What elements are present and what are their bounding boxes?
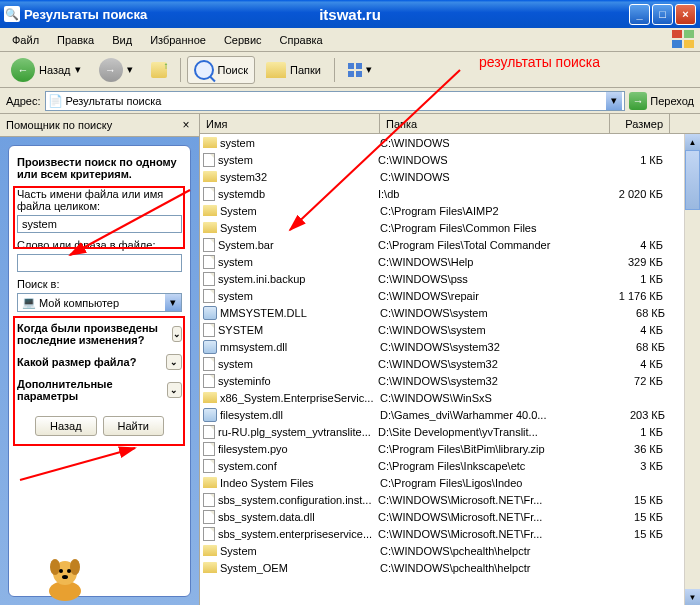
sidebar-close[interactable]: × xyxy=(179,118,193,132)
result-row[interactable]: mmsystem.dll C:\WINDOWS\system32 68 КБ xyxy=(200,338,700,355)
combo-dropdown[interactable]: ▾ xyxy=(165,294,181,311)
svg-rect-1 xyxy=(684,30,694,38)
col-name[interactable]: Имя xyxy=(200,114,380,133)
result-row[interactable]: System C:\Program Files\Common Files xyxy=(200,219,700,236)
file-size: 36 КБ xyxy=(608,443,663,455)
expand-size[interactable]: Какой размер файла? ⌄ xyxy=(17,350,182,374)
file-path: C:\WINDOWS\WinSxS xyxy=(380,392,610,404)
search-results-icon: 📄 xyxy=(48,94,63,108)
lookin-combo[interactable]: 💻Мой компьютер ▾ xyxy=(17,293,182,312)
folder-icon xyxy=(203,392,217,403)
result-row[interactable]: system C:\WINDOWS xyxy=(200,134,700,151)
lookin-label: Поиск в: xyxy=(17,278,182,290)
expand-more[interactable]: Дополнительные параметры ⌄ xyxy=(17,374,182,406)
views-button[interactable]: ▾ xyxy=(341,59,379,81)
result-row[interactable]: system C:\WINDOWS 1 КБ xyxy=(200,151,700,168)
file-path: C:\WINDOWS\system xyxy=(378,324,608,336)
filename-input[interactable] xyxy=(17,215,182,233)
file-path: C:\WINDOWS xyxy=(380,137,610,149)
file-path: C:\WINDOWS\Microsoft.NET\Fr... xyxy=(378,511,608,523)
folder-icon xyxy=(203,545,217,556)
file-name: System xyxy=(220,545,380,557)
search-sidebar: Помощник по поиску × Произвести поиск по… xyxy=(0,114,200,605)
file-path: D:\Site Development\yvTranslit... xyxy=(378,426,608,438)
scroll-up[interactable]: ▲ xyxy=(685,134,700,150)
menu-view[interactable]: Вид xyxy=(104,32,140,48)
result-row[interactable]: system C:\WINDOWS\repair 1 176 КБ xyxy=(200,287,700,304)
file-path: C:\WINDOWS xyxy=(378,154,608,166)
folder-icon xyxy=(203,205,217,216)
file-icon xyxy=(203,357,215,371)
result-row[interactable]: System C:\Program Files\AIMP2 xyxy=(200,202,700,219)
criteria-label: Произвести поиск по одному или всем крит… xyxy=(17,156,182,180)
file-name: System xyxy=(220,222,380,234)
file-path: C:\WINDOWS\pchealth\helpctr xyxy=(380,562,610,574)
result-row[interactable]: sbs_system.data.dll C:\WINDOWS\Microsoft… xyxy=(200,508,700,525)
close-button[interactable]: × xyxy=(675,4,696,25)
file-name: system xyxy=(218,358,378,370)
back-search-button[interactable]: Назад xyxy=(35,416,97,436)
file-size: 1 176 КБ xyxy=(608,290,663,302)
svg-point-9 xyxy=(67,569,71,573)
folders-button[interactable]: Папки xyxy=(259,58,328,82)
result-row[interactable]: system32 C:\WINDOWS xyxy=(200,168,700,185)
menu-tools[interactable]: Сервис xyxy=(216,32,270,48)
menu-edit[interactable]: Правка xyxy=(49,32,102,48)
result-row[interactable]: system C:\WINDOWS\system32 4 КБ xyxy=(200,355,700,372)
forward-button[interactable]: → ▾ xyxy=(92,54,140,86)
file-path: I:\db xyxy=(378,188,608,200)
result-row[interactable]: systeminfo C:\WINDOWS\system32 72 КБ xyxy=(200,372,700,389)
file-path: C:\Program Files\Total Commander xyxy=(378,239,608,251)
result-row[interactable]: x86_System.EnterpriseServic... C:\WINDOW… xyxy=(200,389,700,406)
file-path: C:\WINDOWS\Microsoft.NET\Fr... xyxy=(378,528,608,540)
chevron-down-icon: ▾ xyxy=(127,63,133,76)
maximize-button[interactable]: □ xyxy=(652,4,673,25)
file-name: system.ini.backup xyxy=(218,273,378,285)
chevron-icon: ⌄ xyxy=(172,326,182,342)
result-row[interactable]: filesystem.pyo C:\Program Files\BitPim\l… xyxy=(200,440,700,457)
result-row[interactable]: system C:\WINDOWS\Help 329 КБ xyxy=(200,253,700,270)
result-row[interactable]: systemdb I:\db 2 020 КБ xyxy=(200,185,700,202)
col-size[interactable]: Размер xyxy=(610,114,670,133)
minimize-button[interactable]: _ xyxy=(629,4,650,25)
result-row[interactable]: Indeo System Files C:\Program Files\Ligo… xyxy=(200,474,700,491)
col-folder[interactable]: Папка xyxy=(380,114,610,133)
go-button[interactable]: → Переход xyxy=(629,92,694,110)
result-row[interactable]: sbs_system.configuration.inst... C:\WIND… xyxy=(200,491,700,508)
file-icon xyxy=(203,442,215,456)
file-size: 1 КБ xyxy=(608,154,663,166)
expand-modified[interactable]: Когда были произведены последние изменен… xyxy=(17,318,182,350)
file-path: C:\WINDOWS\repair xyxy=(378,290,608,302)
back-button[interactable]: ← Назад ▾ xyxy=(4,54,88,86)
svg-rect-2 xyxy=(672,40,682,48)
result-row[interactable]: System C:\WINDOWS\pchealth\helpctr xyxy=(200,542,700,559)
result-row[interactable]: system.ini.backup C:\WINDOWS\pss 1 КБ xyxy=(200,270,700,287)
menu-file[interactable]: Файл xyxy=(4,32,47,48)
scrollbar[interactable]: ▲ ▼ xyxy=(684,134,700,605)
search-button[interactable]: Поиск xyxy=(187,56,255,84)
menu-help[interactable]: Справка xyxy=(272,32,331,48)
file-path: C:\Program Files\BitPim\library.zip xyxy=(378,443,608,455)
watermark: itswat.ru xyxy=(319,6,381,23)
find-button[interactable]: Найти xyxy=(103,416,164,436)
up-button[interactable] xyxy=(144,58,174,82)
result-row[interactable]: system.conf C:\Program Files\Inkscape\et… xyxy=(200,457,700,474)
menu-favorites[interactable]: Избранное xyxy=(142,32,214,48)
address-input[interactable] xyxy=(66,95,607,107)
result-row[interactable]: MMSYSTEM.DLL C:\WINDOWS\system 68 КБ xyxy=(200,304,700,321)
file-path: C:\WINDOWS\system32 xyxy=(378,375,608,387)
result-row[interactable]: System_OEM C:\WINDOWS\pchealth\helpctr xyxy=(200,559,700,576)
scroll-thumb[interactable] xyxy=(685,150,700,210)
address-field[interactable]: 📄 ▾ xyxy=(45,91,626,111)
result-row[interactable]: SYSTEM C:\WINDOWS\system 4 КБ xyxy=(200,321,700,338)
file-icon xyxy=(203,510,215,524)
address-dropdown[interactable]: ▾ xyxy=(606,92,622,110)
scroll-down[interactable]: ▼ xyxy=(685,589,700,605)
back-arrow-icon: ← xyxy=(11,58,35,82)
file-icon xyxy=(203,289,215,303)
result-row[interactable]: filesystem.dll D:\Games_dvi\Warhammer 40… xyxy=(200,406,700,423)
result-row[interactable]: sbs_system.enterpriseservice... C:\WINDO… xyxy=(200,525,700,542)
result-row[interactable]: ru-RU.plg_system_yvtranslite... D:\Site … xyxy=(200,423,700,440)
result-row[interactable]: System.bar C:\Program Files\Total Comman… xyxy=(200,236,700,253)
phrase-input[interactable] xyxy=(17,254,182,272)
